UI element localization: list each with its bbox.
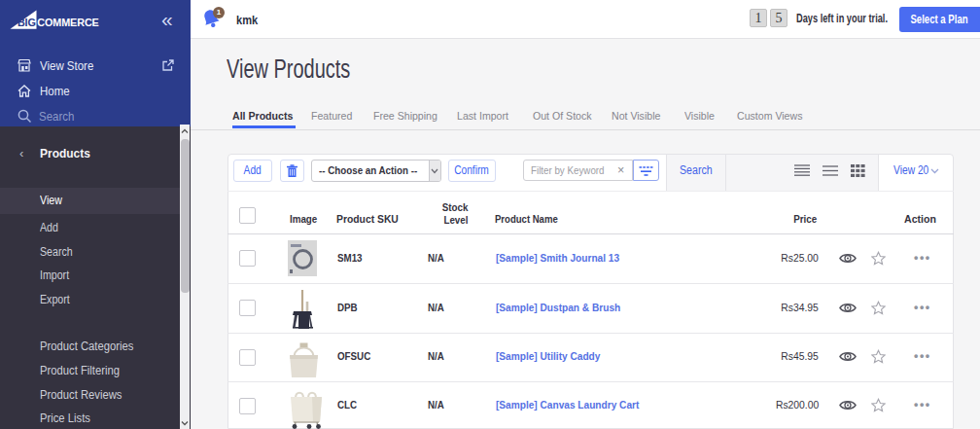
svg-text:BIG: BIG [18,17,36,28]
svg-text:COMMERCE: COMMERCE [37,17,98,28]
